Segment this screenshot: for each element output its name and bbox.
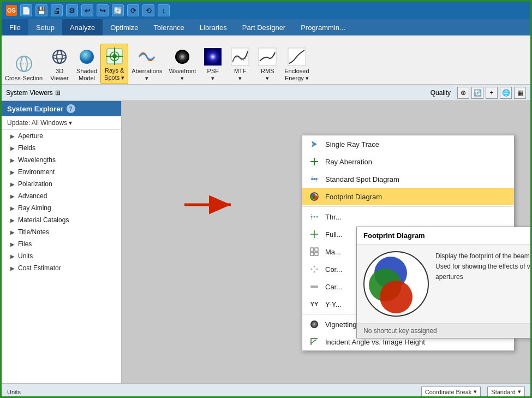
system-viewers-icon[interactable]: ⊞ — [55, 89, 61, 97]
sidebar-item-label: Cost Estimator — [18, 264, 61, 272]
3d-viewer-label: 3DViewer — [50, 68, 68, 82]
system-viewers-label: System Viewers — [6, 89, 53, 97]
thr-icon — [309, 211, 320, 222]
wavefront-icon — [172, 47, 192, 67]
sidebar-item-material-catalogs[interactable]: ▶ Material Catalogs — [2, 214, 121, 226]
svg-point-15 — [181, 55, 184, 58]
expand-arrow: ▶ — [10, 229, 15, 235]
toolbar-btn-8[interactable]: ⟳ — [127, 4, 139, 16]
ribbon-rays-spots[interactable]: Rays &Spots ▾ — [100, 44, 128, 84]
toolbar-btn-2[interactable]: 💾 — [35, 4, 47, 16]
sidebar-item-ray-aiming[interactable]: ▶ Ray Aiming — [2, 202, 121, 214]
menu-setup[interactable]: Setup — [28, 19, 62, 35]
svg-point-39 — [311, 218, 312, 219]
expand-arrow: ▶ — [10, 205, 15, 211]
sidebar-item-label: Material Catalogs — [18, 216, 69, 224]
help-icon[interactable]: ? — [67, 104, 75, 113]
menu-item-label: Single Ray Trace — [325, 140, 379, 148]
toolbar-btn-4[interactable]: ⚙ — [66, 4, 78, 16]
menu-file[interactable]: File — [2, 19, 28, 35]
psf-icon — [203, 47, 223, 67]
bottom-bar: Units Coordinate Break ▾ Standard ▾ — [2, 383, 530, 398]
menu-programming[interactable]: Programmin... — [293, 19, 353, 35]
toolbar-btn-5[interactable]: ↩ — [81, 4, 93, 16]
coordinate-break-arrow: ▾ — [474, 388, 477, 395]
sidebar-item-title-notes[interactable]: ▶ Title/Notes — [2, 226, 121, 238]
svg-rect-44 — [310, 252, 314, 256]
svg-point-49 — [314, 271, 315, 273]
3d-viewer-icon — [50, 47, 69, 67]
toolbar-icon-3[interactable]: + — [486, 87, 498, 99]
menu-item-label: Ray Aberration — [325, 158, 372, 166]
sidebar-item-fields[interactable]: ▶ Fields — [2, 142, 121, 154]
toolbar-btn-10[interactable]: ↕ — [158, 4, 170, 16]
ribbon-rms[interactable]: RMS▾ — [254, 45, 281, 84]
menu-item-label: Thr... — [325, 213, 342, 221]
quality-label: Quality — [431, 89, 451, 97]
menu-thr[interactable]: Thr... — [302, 208, 514, 225]
sidebar-item-files[interactable]: ▶ Files — [2, 238, 121, 250]
sidebar-item-label: Aperture — [18, 132, 43, 140]
menu-optimize[interactable]: Optimize — [103, 19, 146, 35]
svg-rect-18 — [231, 48, 249, 66]
ribbon-enclosed-energy[interactable]: EnclosedEnergy ▾ — [281, 45, 312, 84]
full-icon — [309, 229, 320, 240]
sidebar-item-polarization[interactable]: ▶ Polarization — [2, 178, 121, 190]
menu-tolerance[interactable]: Tolerance — [146, 19, 192, 35]
svg-point-53 — [313, 323, 315, 325]
menu-ray-aberration[interactable]: Ray Aberration — [302, 153, 514, 170]
update-all-windows[interactable]: Update: All Windows ▾ — [2, 116, 121, 130]
toolbar-btn-1[interactable]: 📄 — [20, 4, 32, 16]
sidebar-item-wavelengths[interactable]: ▶ Wavelengths — [2, 154, 121, 166]
menu-single-ray-trace[interactable]: Single Ray Trace — [302, 135, 514, 153]
sidebar-item-units[interactable]: ▶ Units — [2, 250, 121, 262]
menu-analyze[interactable]: Analyze — [62, 19, 103, 35]
ribbon-cross-section[interactable]: Cross-Section — [2, 52, 46, 84]
ribbon-3d-viewer[interactable]: 3DViewer — [46, 45, 73, 84]
ribbon-psf[interactable]: PSF▾ — [199, 45, 226, 84]
svg-point-30 — [316, 181, 317, 182]
tooltip-diagram — [363, 251, 429, 317]
menu-bar: File Setup Analyze Optimize Tolerance Li… — [2, 19, 530, 35]
expand-arrow: ▶ — [10, 253, 15, 259]
sidebar-item-aperture[interactable]: ▶ Aperture — [2, 130, 121, 142]
sidebar-item-advanced[interactable]: ▶ Advanced — [2, 190, 121, 202]
expand-arrow: ▶ — [10, 145, 15, 151]
standard-dropdown[interactable]: Standard ▾ — [487, 387, 525, 397]
ribbon-mtf[interactable]: MTF▾ — [226, 45, 254, 84]
menu-item-label: Incident Angle vs. Image Height — [325, 338, 425, 346]
svg-point-46 — [311, 269, 313, 270]
sidebar-item-cost-estimator[interactable]: ▶ Cost Estimator — [2, 262, 121, 274]
ribbon-shaded-model[interactable]: ShadedModel — [73, 45, 100, 84]
coordinate-break-label: Coordinate Break — [425, 389, 472, 395]
standard-arrow: ▾ — [518, 388, 521, 395]
toolbar-icon-1[interactable]: ⊕ — [457, 87, 469, 99]
sidebar-item-label: Ray Aiming — [18, 204, 51, 212]
toolbar-icon-4[interactable]: 🌐 — [500, 87, 512, 99]
svg-rect-45 — [315, 252, 318, 256]
expand-arrow: ▶ — [10, 217, 15, 223]
menu-libraries[interactable]: Libraries — [192, 19, 235, 35]
svg-point-17 — [205, 49, 220, 64]
menu-standard-spot[interactable]: Standard Spot Diagram — [302, 170, 514, 188]
expand-arrow: ▶ — [10, 181, 15, 187]
coordinate-break-dropdown[interactable]: Coordinate Break ▾ — [421, 387, 481, 397]
content-area: Single Ray Trace Ray Aberration — [122, 101, 530, 383]
ribbon-aberrations[interactable]: Aberrations▾ — [128, 45, 165, 84]
shaded-model-label: ShadedModel — [76, 68, 97, 82]
toolbar-icon-5[interactable]: ▦ — [514, 87, 526, 99]
tooltip-body: Display the footprint of the beam superi… — [357, 245, 530, 323]
toolbar-btn-9[interactable]: ⟲ — [142, 4, 154, 16]
menu-part-designer[interactable]: Part Designer — [235, 19, 293, 35]
toolbar-icon-2[interactable]: 🔃 — [471, 87, 483, 99]
toolbar-btn-3[interactable]: 🖨 — [51, 4, 63, 16]
ribbon-wavefront[interactable]: Wavefront▾ — [166, 45, 200, 84]
menu-footprint-diagram[interactable]: Footprint Diagram — [302, 188, 514, 205]
svg-marker-23 — [312, 141, 317, 147]
toolbar-btn-7[interactable]: 🔄 — [112, 4, 124, 16]
sidebar-item-environment[interactable]: ▶ Environment — [2, 166, 121, 178]
units-label: Units — [7, 389, 21, 395]
sidebar-item-label: Polarization — [18, 180, 52, 188]
svg-rect-43 — [315, 248, 318, 251]
toolbar-btn-6[interactable]: ↪ — [97, 4, 109, 16]
